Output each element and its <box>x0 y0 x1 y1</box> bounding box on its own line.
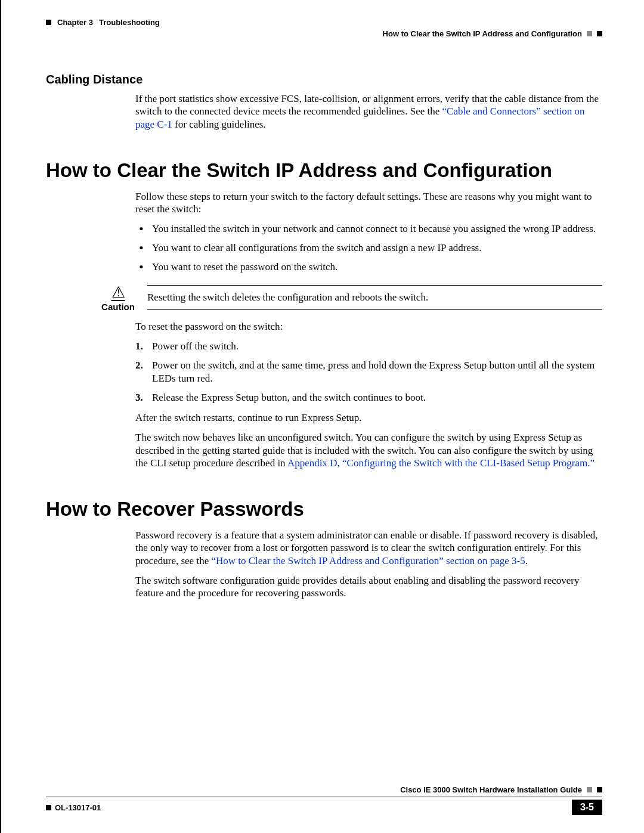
caution-icon: ⚠ <box>101 285 135 301</box>
link-clear-ip-section[interactable]: “How to Clear the Switch IP Address and … <box>211 555 525 566</box>
chapter-label: Chapter 3 <box>57 18 93 27</box>
footer-guide-title: Cisco IE 3000 Switch Hardware Installati… <box>400 785 582 794</box>
list-item: You want to reset the password on the sw… <box>152 261 602 274</box>
after-restart-text: After the switch restarts, continue to r… <box>135 411 602 424</box>
steps-list: Power off the switch. Power on the switc… <box>135 340 602 404</box>
text: for cabling guidelines. <box>172 119 266 130</box>
caution-label: Caution <box>101 302 135 312</box>
caution-text: Resetting the switch deletes the configu… <box>147 285 602 310</box>
clear-ip-intro: Follow these steps to return your switch… <box>135 190 602 216</box>
footer-marker-icon <box>597 787 602 792</box>
list-item: Power off the switch. <box>152 340 602 353</box>
list-item: Power on the switch, and at the same tim… <box>152 359 602 385</box>
header-section: How to Clear the Switch IP Address and C… <box>383 29 582 38</box>
reasons-list: You installed the switch in your network… <box>135 222 602 274</box>
header-marker-icon <box>587 31 592 36</box>
page-header: Chapter 3 Troubleshooting <box>46 18 602 27</box>
reset-intro: To reset the password on the switch: <box>135 320 602 333</box>
unconfigured-para: The switch now behaves like an unconfigu… <box>135 431 602 469</box>
header-marker-icon <box>46 20 51 25</box>
link-appendix-d[interactable]: Appendix D, “Configuring the Switch with… <box>287 457 595 469</box>
page-number: 3-5 <box>572 800 602 815</box>
caution-block: ⚠ Caution Resetting the switch deletes t… <box>101 285 602 312</box>
list-item: You want to clear all configurations fro… <box>152 241 602 255</box>
recover-para2: The switch software configuration guide … <box>135 574 602 600</box>
page-footer: Cisco IE 3000 Switch Hardware Installati… <box>46 785 602 815</box>
heading-cabling-distance: Cabling Distance <box>46 73 602 86</box>
chapter-title: Troubleshooting <box>99 18 160 27</box>
footer-marker-icon <box>46 805 51 810</box>
list-item: Release the Express Setup button, and th… <box>152 391 602 404</box>
cabling-paragraph: If the port statistics show excessive FC… <box>135 92 602 131</box>
list-item: You installed the switch in your network… <box>152 222 602 236</box>
recover-para1: Password recovery is a feature that a sy… <box>135 529 602 567</box>
footer-doc-number: OL-13017-01 <box>55 803 101 812</box>
footer-marker-icon <box>587 787 592 792</box>
heading-clear-ip: How to Clear the Switch IP Address and C… <box>46 159 602 182</box>
text: . <box>525 555 528 566</box>
heading-recover-passwords: How to Recover Passwords <box>46 498 602 521</box>
header-marker-icon <box>597 31 602 36</box>
